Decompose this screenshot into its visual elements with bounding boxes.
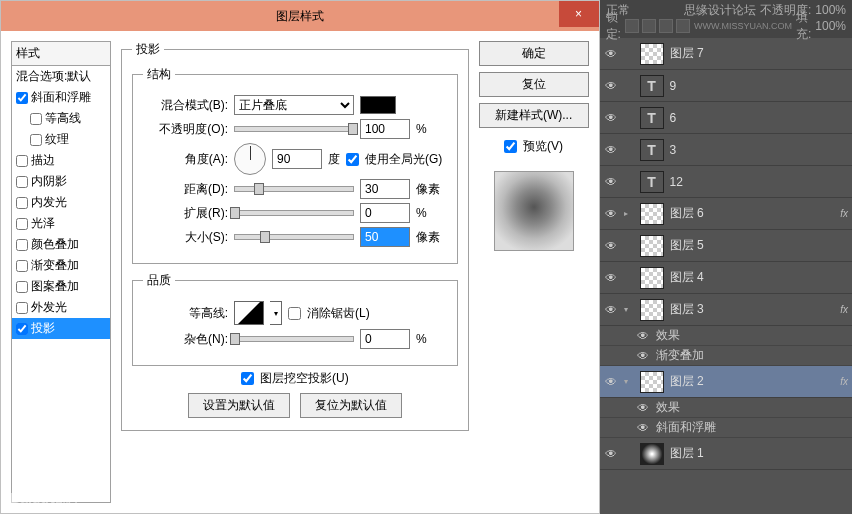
expand-triangle-icon[interactable]: ▾ xyxy=(624,377,634,386)
contour-checkbox[interactable] xyxy=(30,113,42,125)
visibility-eye-icon[interactable]: 👁 xyxy=(604,79,618,93)
style-bevel[interactable]: 斜面和浮雕 xyxy=(12,87,110,108)
visibility-eye-icon[interactable]: 👁 xyxy=(604,271,618,285)
layer-thumbnail[interactable] xyxy=(640,443,664,465)
bevel-checkbox[interactable] xyxy=(16,92,28,104)
layer-thumbnail[interactable] xyxy=(640,43,664,65)
antialias-checkbox[interactable] xyxy=(288,307,301,320)
effect-row[interactable]: 👁渐变叠加 xyxy=(600,346,852,366)
stroke-checkbox[interactable] xyxy=(16,155,28,167)
contour-dropdown[interactable]: ▾ xyxy=(270,301,282,325)
layer-thumbnail[interactable]: T xyxy=(640,75,664,97)
titlebar: 图层样式 × xyxy=(1,1,599,31)
layer-thumbnail[interactable]: T xyxy=(640,171,664,193)
contour-picker[interactable] xyxy=(234,301,264,325)
visibility-eye-icon[interactable]: 👁 xyxy=(636,349,650,363)
style-satin[interactable]: 光泽 xyxy=(12,213,110,234)
preview-checkbox[interactable] xyxy=(504,140,517,153)
visibility-eye-icon[interactable]: 👁 xyxy=(604,375,618,389)
style-inner-shadow[interactable]: 内阴影 xyxy=(12,171,110,192)
visibility-eye-icon[interactable]: 👁 xyxy=(604,47,618,61)
global-light-checkbox[interactable] xyxy=(346,153,359,166)
make-default-button[interactable]: 设置为默认值 xyxy=(188,393,290,418)
angle-input[interactable] xyxy=(272,149,322,169)
innershadow-checkbox[interactable] xyxy=(16,176,28,188)
noise-slider[interactable] xyxy=(234,336,354,342)
visibility-eye-icon[interactable]: 👁 xyxy=(604,175,618,189)
lock-transparency-icon[interactable] xyxy=(625,19,639,33)
layer-row[interactable]: 👁图层 5 xyxy=(600,230,852,262)
visibility-eye-icon[interactable]: 👁 xyxy=(604,111,618,125)
knockout-checkbox[interactable] xyxy=(241,372,254,385)
layer-thumbnail[interactable] xyxy=(640,203,664,225)
spread-slider[interactable] xyxy=(234,210,354,216)
distance-slider[interactable] xyxy=(234,186,354,192)
layer-thumbnail[interactable] xyxy=(640,235,664,257)
visibility-eye-icon[interactable]: 👁 xyxy=(636,329,650,343)
layer-thumbnail[interactable]: T xyxy=(640,139,664,161)
expand-triangle-icon[interactable]: ▾ xyxy=(624,305,634,314)
layer-row[interactable]: 👁T6 xyxy=(600,102,852,134)
layer-row[interactable]: 👁T3 xyxy=(600,134,852,166)
style-inner-glow[interactable]: 内发光 xyxy=(12,192,110,213)
visibility-eye-icon[interactable]: 👁 xyxy=(604,303,618,317)
layer-thumbnail[interactable] xyxy=(640,267,664,289)
layer-row[interactable]: 👁▸图层 6fx xyxy=(600,198,852,230)
effect-row[interactable]: 👁效果 xyxy=(600,398,852,418)
patternoverlay-checkbox[interactable] xyxy=(16,281,28,293)
style-contour[interactable]: 等高线 xyxy=(12,108,110,129)
style-pattern-overlay[interactable]: 图案叠加 xyxy=(12,276,110,297)
layer-row[interactable]: 👁T9 xyxy=(600,70,852,102)
visibility-eye-icon[interactable]: 👁 xyxy=(604,239,618,253)
lock-all-icon[interactable] xyxy=(676,19,690,33)
style-color-overlay[interactable]: 颜色叠加 xyxy=(12,234,110,255)
satin-checkbox[interactable] xyxy=(16,218,28,230)
texture-checkbox[interactable] xyxy=(30,134,42,146)
layer-row[interactable]: 👁▾图层 2fx xyxy=(600,366,852,398)
layer-row[interactable]: 👁图层 1 xyxy=(600,438,852,470)
outerglow-checkbox[interactable] xyxy=(16,302,28,314)
visibility-eye-icon[interactable]: 👁 xyxy=(604,207,618,221)
close-button[interactable]: × xyxy=(559,1,599,27)
style-gradient-overlay[interactable]: 渐变叠加 xyxy=(12,255,110,276)
expand-triangle-icon[interactable]: ▸ xyxy=(624,209,634,218)
style-texture[interactable]: 纹理 xyxy=(12,129,110,150)
blend-mode-select[interactable]: 正片叠底 xyxy=(234,95,354,115)
ok-button[interactable]: 确定 xyxy=(479,41,589,66)
visibility-eye-icon[interactable]: 👁 xyxy=(604,143,618,157)
effect-row[interactable]: 👁斜面和浮雕 xyxy=(600,418,852,438)
lock-position-icon[interactable] xyxy=(659,19,673,33)
effect-row[interactable]: 👁效果 xyxy=(600,326,852,346)
visibility-eye-icon[interactable]: 👁 xyxy=(636,421,650,435)
noise-input[interactable] xyxy=(360,329,410,349)
size-input[interactable] xyxy=(360,227,410,247)
style-outer-glow[interactable]: 外发光 xyxy=(12,297,110,318)
lock-image-icon[interactable] xyxy=(642,19,656,33)
new-style-button[interactable]: 新建样式(W)... xyxy=(479,103,589,128)
style-stroke[interactable]: 描边 xyxy=(12,150,110,171)
layer-thumbnail[interactable] xyxy=(640,371,664,393)
cancel-button[interactable]: 复位 xyxy=(479,72,589,97)
opacity-input[interactable] xyxy=(360,119,410,139)
size-slider[interactable] xyxy=(234,234,354,240)
reset-default-button[interactable]: 复位为默认值 xyxy=(300,393,402,418)
shadow-color-swatch[interactable] xyxy=(360,96,396,114)
style-drop-shadow[interactable]: 投影 xyxy=(12,318,110,339)
layer-row[interactable]: 👁▾图层 3fx xyxy=(600,294,852,326)
blend-defaults-item[interactable]: 混合选项:默认 xyxy=(12,66,110,87)
layer-thumbnail[interactable]: T xyxy=(640,107,664,129)
distance-input[interactable] xyxy=(360,179,410,199)
visibility-eye-icon[interactable]: 👁 xyxy=(604,447,618,461)
layer-row[interactable]: 👁T12 xyxy=(600,166,852,198)
opacity-slider[interactable] xyxy=(234,126,354,132)
angle-dial[interactable] xyxy=(234,143,266,175)
layer-thumbnail[interactable] xyxy=(640,299,664,321)
innerglow-checkbox[interactable] xyxy=(16,197,28,209)
gradientoverlay-checkbox[interactable] xyxy=(16,260,28,272)
visibility-eye-icon[interactable]: 👁 xyxy=(636,401,650,415)
layer-row[interactable]: 👁图层 4 xyxy=(600,262,852,294)
layer-row[interactable]: 👁图层 7 xyxy=(600,38,852,70)
coloroverlay-checkbox[interactable] xyxy=(16,239,28,251)
spread-input[interactable] xyxy=(360,203,410,223)
dropshadow-checkbox[interactable] xyxy=(16,323,28,335)
